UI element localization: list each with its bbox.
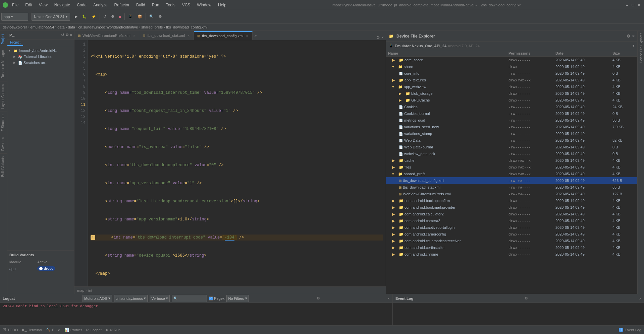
dfe-row-captiveportallogin[interactable]: ▶📁 com.android.captiveportallogin drwx--… <box>386 224 637 231</box>
menu-code[interactable]: Code <box>75 2 88 8</box>
app-dropdown[interactable]: app ▾ <box>1 13 28 21</box>
bv-cell-active[interactable]: debug <box>35 265 74 272</box>
run-button[interactable]: ▶ <box>73 12 79 21</box>
build-variants-side-tab[interactable]: Build Variants <box>0 153 7 180</box>
dfe-row-gpucache[interactable]: ▶📁 GPUCache drwx------ 2020-05-14 09:49 … <box>386 97 637 104</box>
stop-button[interactable]: ■ <box>117 12 123 21</box>
dfe-settings-icon[interactable]: ⚙ <box>627 34 630 39</box>
layout-captures-tab[interactable]: Layout Captures <box>0 81 7 111</box>
tree-item-root[interactable]: ▾ 📁 ImoocHybridAndroidN… <box>7 48 74 54</box>
tab-tbs-stat[interactable]: ⊞ tbs_download_stat.xml × <box>139 31 194 40</box>
menu-window[interactable]: Window <box>196 2 213 8</box>
dfe-row-shared-prefs[interactable]: ▾📁 shared_prefs drwxrwx--x 2020-05-14 09… <box>386 171 637 177</box>
menu-tools[interactable]: Tools <box>165 2 177 8</box>
regex-checkbox[interactable]: ✓ <box>209 296 213 300</box>
dfe-row-calculator2[interactable]: ▶📁 com.android.calculator2 drwx------ 20… <box>386 211 637 217</box>
dfe-row-webviewchromium[interactable]: ⊞ WebViewChromiumPrefs.xml -rw-rw---- 20… <box>386 191 637 197</box>
menu-vcs[interactable]: VCS <box>181 2 192 8</box>
dfe-close-icon[interactable]: × <box>632 34 635 39</box>
favorites-tab[interactable]: Favorites <box>0 134 7 153</box>
menu-file[interactable]: File <box>11 2 20 8</box>
dfe-row-tbs-stat[interactable]: ⊞ tbs_download_stat.xml -rw-rw---- 2020-… <box>386 184 637 191</box>
todo-button[interactable]: ☑ TODO <box>3 328 18 332</box>
project-tab[interactable]: Project <box>0 31 7 47</box>
debug-toggle[interactable]: debug <box>37 266 55 271</box>
search-everywhere-button[interactable]: 🔍 <box>147 12 156 21</box>
menu-refactor[interactable]: Refactor <box>113 2 131 8</box>
logcat-close-icon[interactable]: × <box>388 296 390 300</box>
dfe-row-variations-seed[interactable]: 📄 variations_seed_new -rw------- 2020-05… <box>386 124 637 130</box>
dfe-row-metrics-guid[interactable]: 📄 metrics_guid -rw------- 2020-05-14 09:… <box>386 117 637 124</box>
code-editor[interactable]: 1 2 3 4 5 6 7 8 9 10 11 12 13 14 <?xml v… <box>74 40 386 286</box>
profile-button[interactable]: ⚡ <box>90 12 98 21</box>
tree-item-scratches[interactable]: ▶ 📄 Scratches an… <box>7 60 74 66</box>
dfe-row-share[interactable]: ▾📁 share drwx------ 2020-05-14 09:49 4 K… <box>386 63 637 70</box>
profiler-button[interactable]: 📊 Profiler <box>64 328 82 332</box>
dfe-row-tbs-config[interactable]: ⊞ tbs_download_config.xml -rw-rw---- 202… <box>386 177 637 184</box>
breadcrumb-int[interactable]: int <box>88 288 92 292</box>
device-dropdown[interactable]: Motorola AOS ▾ <box>83 295 112 302</box>
minimize-button[interactable]: – <box>625 3 629 7</box>
menu-edit[interactable]: Edit <box>24 2 34 8</box>
dfe-row-core-share[interactable]: ▶📁 core_share drwx------ 2020-05-14 09:4… <box>386 57 637 63</box>
tab-overflow-button[interactable]: » <box>253 31 259 40</box>
menu-navigate[interactable]: Navigate <box>53 2 71 8</box>
tab-close-icon[interactable]: × <box>246 34 249 38</box>
event-log-close-icon[interactable]: × <box>639 296 641 300</box>
tab-project[interactable]: Project <box>7 40 23 46</box>
dfe-row-web-data[interactable]: 📄 Web Data -rw------- 2020-05-14 09:49 5… <box>386 137 637 144</box>
logcat-settings-icon[interactable]: ⚙ <box>317 296 320 300</box>
level-dropdown[interactable]: Verbose ▾ <box>150 295 169 302</box>
menu-help[interactable]: Help <box>217 2 228 8</box>
device-file-explorer-side-tab[interactable]: Device File Explorer <box>638 31 644 65</box>
dfe-row-web-data-journal[interactable]: 📄 Web Data-journal -rw------- 2020-05-14… <box>386 144 637 150</box>
dfe-row-variations-stamp[interactable]: 📄 variations_stamp -rw------- 2020-05-14… <box>386 130 637 137</box>
editor-close-icon[interactable]: × <box>381 35 384 40</box>
tab-close-icon[interactable]: × <box>132 34 136 38</box>
device-dropdown[interactable]: Nexus One API 24 ▾ <box>32 13 70 21</box>
settings-button[interactable]: ⚙ <box>157 12 164 21</box>
dfe-row-backupconfirm[interactable]: ▶📁 com.android.backupconfirm drwx------ … <box>386 197 637 204</box>
dfe-row-carrierconfig[interactable]: ▶📁 com.android.carrierconfig drwx------ … <box>386 231 637 238</box>
dfe-row-app-webview[interactable]: ▾📁 app_webview drwx------ 2020-05-14 09:… <box>386 83 637 90</box>
project-panel-sync-icon[interactable]: ↺ <box>61 33 64 37</box>
filter-dropdown[interactable]: No Filters ▾ <box>226 295 249 302</box>
project-panel-close-icon[interactable]: × <box>70 33 72 37</box>
package-dropdown[interactable]: cn.sunday.imooc ▾ <box>114 295 148 302</box>
dfe-row-cellbroadcast[interactable]: ▶📁 com.android.cellbroadcastreceiver drw… <box>386 238 637 244</box>
breadcrumb-map[interactable]: map <box>77 288 84 292</box>
dfe-row-app-textures[interactable]: ▶📁 app_textures drwxrwx--x 2020-05-14 09… <box>386 77 637 83</box>
dfe-row-certinstaller[interactable]: ▶📁 com.android.certinstaller drwx------ … <box>386 244 637 251</box>
dfe-row-cookies-journal[interactable]: 📄 Cookies-journal -rw------- 2020-05-14 … <box>386 110 637 117</box>
event-log-status-button[interactable]: 1 Event Log <box>619 328 641 332</box>
maximize-button[interactable]: □ <box>631 3 635 7</box>
terminal-button[interactable]: ▶_ Terminal <box>22 328 42 332</box>
dfe-row-bookmarkprovider[interactable]: ▶📁 com.android.bookmarkprovider drwx----… <box>386 204 637 211</box>
menu-analyze[interactable]: Analyze <box>92 2 109 8</box>
tree-item-external-libs[interactable]: ▶ 📚 External Libraries <box>7 54 74 60</box>
sync-button[interactable]: ↺ <box>101 12 108 21</box>
avd-button[interactable]: 📱 <box>126 12 135 21</box>
menu-view[interactable]: View <box>38 2 49 8</box>
tab-webviewchromiumprefs[interactable]: ⊞ WebViewChromiumPrefs.xml × <box>74 31 139 40</box>
menu-build[interactable]: Build <box>135 2 147 8</box>
resource-manager-tab[interactable]: Resource Manager <box>0 47 7 81</box>
debug-button[interactable]: 🐛 <box>80 12 89 21</box>
logcat-button[interactable]: 6: Logcat <box>86 328 102 332</box>
dfe-row-core-info[interactable]: 📄 core_info -rw------- 2020-05-14 09:49 … <box>386 70 637 77</box>
event-log-settings-icon[interactable]: ⚙ <box>525 296 528 300</box>
dfe-row-chrome[interactable]: ▶📁 com.android.chrome drwx------ 2020-05… <box>386 251 637 258</box>
dfe-row-cookies[interactable]: 📄 Cookies -rw------- 2020-05-14 09:49 24… <box>386 104 637 110</box>
dfe-dropdown-arrow[interactable]: ▾ <box>633 44 635 48</box>
close-button[interactable]: × <box>637 3 641 7</box>
dfe-row-camera2[interactable]: ▶📁 com.android.camera2 drwx------ 2020-0… <box>386 217 637 224</box>
z-structure-tab[interactable]: Z-Structure <box>0 112 7 134</box>
dfe-row-cache[interactable]: ▶📁 cache drwxrwx--x 2020-05-14 09:49 4 K… <box>386 157 637 164</box>
build-button[interactable]: ⚙ <box>109 12 116 21</box>
menu-run[interactable]: Run <box>151 2 161 8</box>
dfe-row-files[interactable]: ▶📁 files drwxrwx--x 2020-05-14 09:49 4 K… <box>386 164 637 171</box>
editor-settings-icon[interactable]: ⚙ <box>376 35 380 40</box>
dfe-row-blob-storage[interactable]: ▶📁 blob_storage drwx------ 2020-05-14 09… <box>386 90 637 97</box>
tab-tbs-config[interactable]: ⊞ tbs_download_config.xml × <box>194 31 252 40</box>
logcat-search-input[interactable] <box>178 296 205 300</box>
